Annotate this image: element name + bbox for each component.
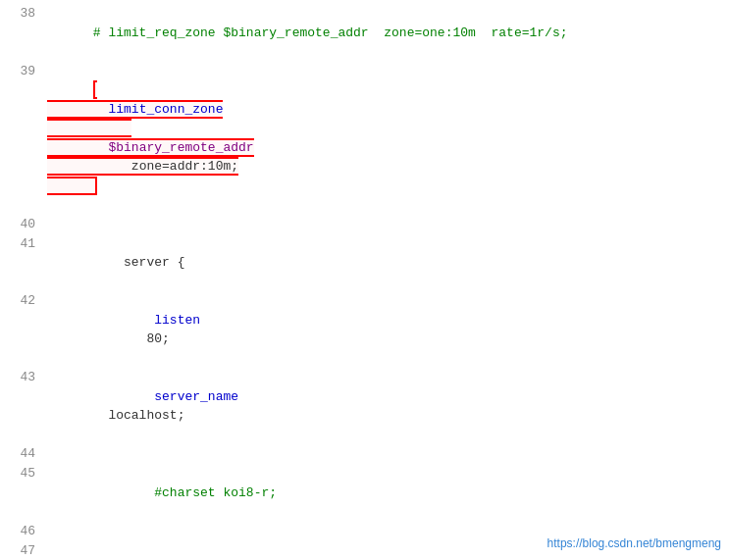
- code-token: 80;: [93, 331, 170, 346]
- line-number: 40: [8, 215, 35, 234]
- line-content: limit_conn_zone $binary_remote_addr zone…: [47, 62, 721, 215]
- line-content: server {: [47, 234, 721, 292]
- line-number: 45: [8, 464, 35, 484]
- code-token: listen: [93, 313, 200, 328]
- line-content: listen 80;: [47, 291, 721, 368]
- line-number: 42: [8, 291, 35, 311]
- code-token: $binary_remote_addr: [108, 140, 253, 155]
- line-content: # limit_req_zone $binary_remote_addr zon…: [47, 4, 721, 62]
- line-number: 44: [8, 444, 35, 464]
- code-line-45: 45 #charset koi8-r;: [0, 464, 729, 522]
- code-line-39: 39 limit_conn_zone $binary_remote_addr z…: [0, 62, 729, 215]
- line-content: server_name localhost;: [47, 368, 721, 444]
- watermark: https://blog.csdn.net/bmengmeng: [547, 535, 721, 552]
- highlighted-code: limit_conn_zone $binary_remote_addr zone…: [47, 80, 254, 195]
- line-number: 38: [8, 4, 35, 24]
- code-token: limit_conn_zone: [108, 102, 223, 117]
- code-token: #charset koi8-r;: [93, 485, 277, 500]
- code-line-42: 42 listen 80;: [0, 291, 729, 368]
- line-number: 41: [8, 234, 35, 254]
- code-token: [108, 121, 130, 135]
- code-editor: 38 # limit_req_zone $binary_remote_addr …: [0, 0, 729, 560]
- line-number: 43: [8, 368, 35, 387]
- code-line-38: 38 # limit_req_zone $binary_remote_addr …: [0, 4, 729, 62]
- line-number: 39: [8, 62, 35, 81]
- code-token: # limit_req_zone $binary_remote_addr zon…: [93, 25, 568, 40]
- code-token: server_name: [93, 389, 238, 404]
- code-token: server {: [93, 255, 185, 270]
- line-number: 47: [8, 541, 35, 561]
- line-number: 46: [8, 522, 35, 541]
- code-token: localhost;: [93, 408, 185, 423]
- code-line-44: 44: [0, 444, 729, 464]
- code-line-40: 40: [0, 215, 729, 234]
- code-token: zone=addr:10m;: [108, 159, 238, 174]
- code-line-43: 43 server_name localhost;: [0, 368, 729, 444]
- line-content: #charset koi8-r;: [47, 464, 721, 522]
- code-line-41: 41 server {: [0, 234, 729, 292]
